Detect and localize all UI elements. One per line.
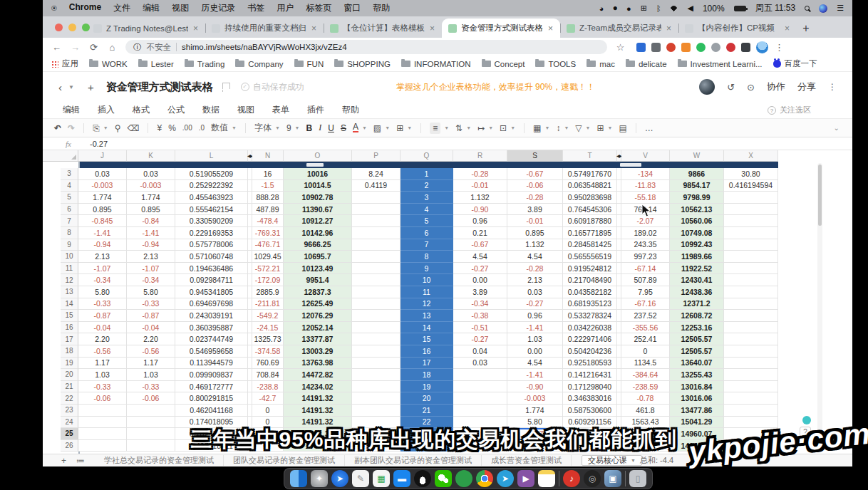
insert-image-icon[interactable]: ▦	[533, 123, 541, 133]
menubar-item-4[interactable]: 历史记录	[201, 2, 235, 14]
cell-V5[interactable]: -55.18	[621, 192, 670, 204]
browser-tab-4[interactable]: Z-Team成员交易记录表格×	[560, 19, 678, 38]
cell-J13[interactable]: 5.80	[78, 286, 127, 298]
cell-J4[interactable]: -0.003	[78, 180, 127, 192]
row-header-8[interactable]: 8	[61, 227, 78, 239]
cell-O11[interactable]: 10123.49	[284, 263, 352, 275]
cell-X4[interactable]: 0.416194594	[724, 180, 778, 192]
cell-S23[interactable]: 1.774	[507, 405, 563, 417]
cell-R5[interactable]: 1.132	[453, 192, 507, 204]
font-size-select[interactable]: 9	[286, 123, 291, 133]
cell-T22[interactable]: 0.346383016	[563, 392, 617, 405]
cell-R23[interactable]	[453, 405, 507, 417]
cell-O10[interactable]: 10695.7	[284, 251, 352, 263]
app-status-icon[interactable]: ●	[626, 4, 631, 13]
cell-W17[interactable]: 12505.57	[670, 333, 724, 345]
cell-X8[interactable]	[724, 227, 778, 239]
cell-P7[interactable]	[352, 215, 401, 227]
cell-O7[interactable]: 10912.27	[284, 215, 352, 227]
table-caret[interactable]: ▼	[608, 125, 613, 130]
cell-O12[interactable]: 9951.4	[284, 274, 352, 286]
cell-P3[interactable]: 8.24	[352, 168, 401, 180]
cell-W14[interactable]: 12371.2	[670, 298, 724, 311]
cell-J6[interactable]: 0.895	[78, 204, 127, 216]
browser-tab-5[interactable]: 【内容创作】CP视频×	[678, 19, 797, 38]
cell-Q22[interactable]: 20	[401, 392, 453, 405]
keynote-dock-icon[interactable]: ▬	[393, 470, 410, 487]
row-header-10[interactable]: 10	[61, 251, 78, 263]
cell-J8[interactable]: -1.41	[78, 227, 127, 239]
cell-R8[interactable]: 0.21	[453, 227, 507, 239]
cell-J16[interactable]: -0.04	[78, 322, 127, 334]
cell-K6[interactable]: 0.895	[127, 204, 175, 216]
cell-S20[interactable]: -1.41	[507, 369, 563, 381]
cell-J12[interactable]: -0.34	[78, 274, 127, 286]
cell-J17[interactable]: 2.20	[78, 333, 127, 345]
cell-X12[interactable]	[724, 274, 778, 286]
cell-O21[interactable]: 14234.02	[284, 381, 352, 393]
column-header-J[interactable]: J	[78, 150, 127, 162]
redo-icon[interactable]: ↷	[68, 123, 75, 133]
menubar-item-7[interactable]: 标签页	[306, 2, 331, 14]
chevron-down-icon[interactable]: ▼	[68, 84, 74, 90]
share-button[interactable]: 分享	[797, 80, 816, 93]
cell-X13[interactable]	[724, 286, 778, 298]
bookmark-item-3[interactable]: Trading	[185, 60, 225, 68]
cell-W4[interactable]: 9854.17	[670, 180, 724, 192]
cell-X23[interactable]	[724, 405, 778, 417]
font-color-icon[interactable]: A	[353, 123, 358, 132]
notes-dock-icon[interactable]	[538, 470, 555, 487]
cell-S10[interactable]: 4.54	[507, 251, 563, 263]
italic-icon[interactable]: I	[319, 123, 321, 133]
cell-R17[interactable]: -0.27	[453, 333, 507, 345]
menubar-item-3[interactable]: 视图	[172, 2, 189, 14]
cell-W15[interactable]: 12608.72	[670, 310, 724, 322]
cell-W11[interactable]: 11922.52	[670, 263, 724, 275]
extension-icon-4[interactable]	[681, 43, 691, 52]
cell-P13[interactable]	[352, 286, 401, 298]
cell-W3[interactable]: 9866	[670, 168, 724, 180]
horizontal-align-icon[interactable]: ≡	[430, 123, 440, 134]
cell-W7[interactable]: 10560.06	[670, 215, 724, 227]
cell-L3[interactable]: 0.519055209	[175, 168, 248, 180]
cell-P4[interactable]: 0.4119	[352, 180, 401, 192]
cell-O16[interactable]: 12052.14	[284, 322, 352, 334]
column-header-O[interactable]: O	[284, 150, 352, 162]
cell-R6[interactable]: -0.90	[453, 204, 507, 216]
cell-P8[interactable]	[352, 227, 401, 239]
insert-image-caret[interactable]: ▼	[544, 125, 549, 130]
cell-K11[interactable]: -1.07	[127, 263, 175, 275]
cell-N12[interactable]: -172.09	[252, 274, 284, 286]
create-new-icon[interactable]: +	[88, 81, 94, 93]
bookmark-star-icon[interactable]: ☆	[615, 42, 626, 53]
cell-L22[interactable]: 0.800291815	[175, 392, 248, 405]
bookmark-item-7[interactable]: INFORMATION	[401, 60, 471, 68]
cell-P9[interactable]	[352, 239, 401, 251]
cell-N18[interactable]: -374.58	[252, 345, 284, 358]
cell-O3[interactable]: 10016	[284, 168, 352, 180]
safari-dock-icon[interactable]: ➤	[331, 470, 348, 487]
sheet-tab-3[interactable]: 成长营资金管理测试	[482, 455, 572, 466]
cell-R9[interactable]: -0.67	[453, 239, 507, 251]
spotlight-search-icon[interactable]	[805, 6, 810, 11]
row-header-7[interactable]: 7	[61, 215, 78, 227]
cell-Q21[interactable]: 19	[401, 381, 453, 393]
shimo-menu-8[interactable]: 帮助	[342, 104, 359, 116]
number-format-select[interactable]: 数值	[211, 122, 228, 134]
cell-S4[interactable]: -0.06	[507, 180, 563, 192]
screen-record-icon[interactable]: ◕	[599, 4, 604, 13]
cell-R3[interactable]: -0.28	[453, 168, 507, 180]
cell-K16[interactable]: -0.04	[127, 322, 175, 334]
cell-L14[interactable]: 0.694697698	[175, 298, 248, 311]
cell-V9[interactable]: 243.35	[621, 239, 670, 251]
clear-format-icon[interactable]: ⌫	[127, 123, 139, 133]
bookmark-item-1[interactable]: WORK	[89, 60, 128, 68]
cell-T7[interactable]: 0.609187880	[563, 215, 617, 227]
cell-L20[interactable]: 0.099909837	[175, 369, 248, 381]
row-header-22[interactable]: 22	[61, 392, 78, 405]
cell-L18[interactable]: 0.546959658	[175, 345, 248, 358]
cell-W10[interactable]: 11989.66	[670, 251, 724, 263]
browser-tab-0[interactable]: Z Trading Notes@Lester×	[87, 19, 205, 38]
cell-K5[interactable]: 1.774	[127, 192, 175, 204]
browser-tab-3[interactable]: 资金管理方式测试表格×	[442, 19, 560, 38]
